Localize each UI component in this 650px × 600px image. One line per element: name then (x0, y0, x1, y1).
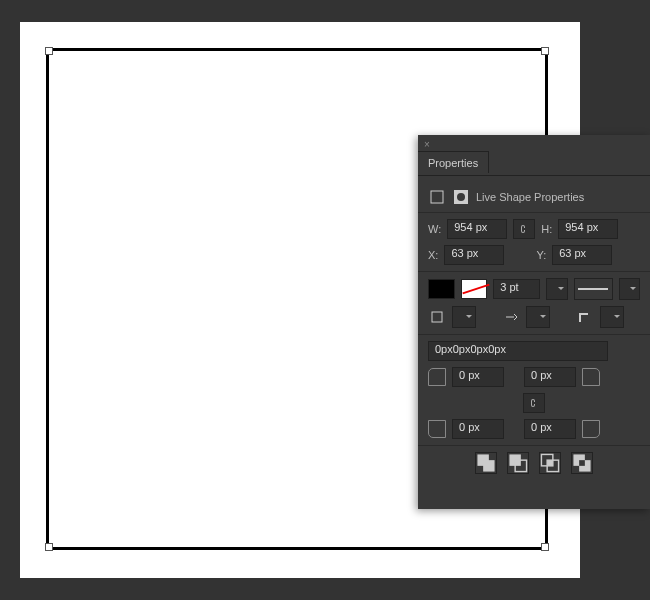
link-corners-icon[interactable] (523, 393, 545, 413)
svg-rect-0 (431, 191, 443, 203)
pathop-unite[interactable] (475, 452, 497, 474)
corner-br-input[interactable] (524, 419, 576, 439)
stroke-align-icon[interactable] (428, 308, 446, 326)
pathop-exclude[interactable] (571, 452, 593, 474)
properties-panel: × Properties Live Shape Properties W: H:… (418, 135, 650, 509)
svg-rect-3 (432, 312, 442, 322)
svg-point-2 (457, 193, 465, 201)
corner-bl-input[interactable] (452, 419, 504, 439)
tab-properties[interactable]: Properties (418, 151, 489, 173)
corner-tr-icon[interactable] (582, 368, 600, 386)
y-input[interactable] (552, 245, 612, 265)
x-label: X: (428, 249, 438, 261)
fill-swatch[interactable] (428, 279, 455, 299)
corner-tl-icon[interactable] (428, 368, 446, 386)
stroke-style-caret[interactable] (619, 278, 640, 300)
stroke-style-dropdown[interactable] (574, 278, 613, 300)
stroke-caps-dropdown[interactable] (526, 306, 550, 328)
stroke-caps-icon[interactable] (502, 308, 520, 326)
panel-tabbar: Properties (418, 151, 650, 176)
link-wh-icon[interactable] (513, 219, 535, 239)
svg-rect-5 (483, 460, 494, 471)
pathop-subtract[interactable] (507, 452, 529, 474)
height-input[interactable] (558, 219, 618, 239)
stroke-weight-input[interactable] (493, 279, 540, 299)
corner-br-icon[interactable] (582, 420, 600, 438)
corners-summary-input[interactable] (428, 341, 608, 361)
transform-handle-tl[interactable] (45, 47, 53, 55)
corner-bl-icon[interactable] (428, 420, 446, 438)
transform-handle-br[interactable] (541, 543, 549, 551)
stroke-corners-icon[interactable] (576, 308, 594, 326)
stroke-align-dropdown[interactable] (452, 306, 476, 328)
subtitle-label: Live Shape Properties (476, 191, 584, 203)
corner-tl-input[interactable] (452, 367, 504, 387)
y-label: Y: (536, 249, 546, 261)
corner-tr-input[interactable] (524, 367, 576, 387)
close-icon[interactable]: × (424, 139, 430, 150)
width-label: W: (428, 223, 441, 235)
stroke-swatch[interactable] (461, 279, 488, 299)
x-input[interactable] (444, 245, 504, 265)
svg-rect-10 (547, 460, 553, 466)
svg-rect-13 (579, 460, 585, 466)
pathop-intersect[interactable] (539, 452, 561, 474)
width-input[interactable] (447, 219, 507, 239)
height-label: H: (541, 223, 552, 235)
mask-icon (452, 188, 470, 206)
transform-handle-bl[interactable] (45, 543, 53, 551)
path-operations (428, 452, 640, 474)
stroke-corners-dropdown[interactable] (600, 306, 624, 328)
stroke-weight-dropdown[interactable] (546, 278, 567, 300)
transform-handle-tr[interactable] (541, 47, 549, 55)
shape-type-icon (428, 188, 446, 206)
